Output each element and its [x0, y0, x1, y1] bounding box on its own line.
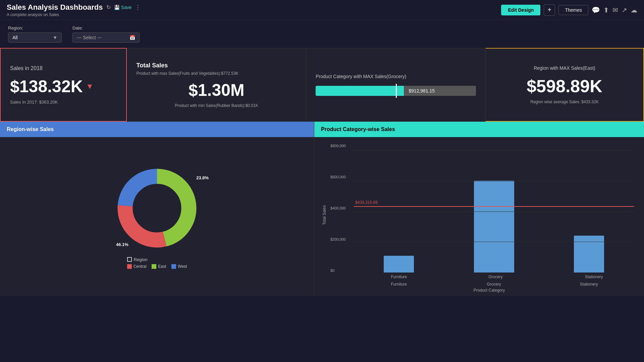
legend-west: West: [171, 264, 187, 269]
y-label-400k: $400,000: [330, 206, 354, 210]
legend-west-icon: [171, 264, 176, 269]
legend-region-title: Region: [127, 257, 187, 262]
date-filter-group: Date: --- Select --- 📅: [72, 25, 140, 43]
y-label-200k: $200,000: [330, 237, 354, 241]
gauge-bar-marker: [396, 84, 397, 98]
y-label-0: $0: [330, 268, 354, 273]
donut-chart: 23.8% 46.1%: [113, 165, 201, 253]
x-label-stationery: Stationery: [585, 275, 603, 279]
export-button[interactable]: ⬆: [603, 6, 609, 14]
region-filter-group: Region: All ▼: [8, 25, 62, 43]
x-axis-title: Product Category: [321, 288, 634, 293]
kpi-sales-2018-title: Sales in 2018: [10, 65, 117, 71]
donut-label-west: 23.8%: [196, 175, 209, 180]
kpi-row: Sales in 2018 $138.32K ▼ Sales In 2017: …: [0, 48, 644, 122]
bar-chart-wrapper: Total Sales $0 $200,000 $400,000 $600,00…: [321, 144, 634, 287]
x-axis-labels: Furniture Grocery Stationery: [330, 281, 634, 287]
charts-row: Region-wise Sales 23.8%: [0, 122, 644, 296]
email-button[interactable]: ✉: [612, 6, 618, 14]
date-input[interactable]: --- Select --- 📅: [72, 33, 140, 43]
grid-line-400k: [354, 212, 634, 212]
product-category-chart-body: Total Sales $0 $200,000 $400,000 $600,00…: [314, 137, 644, 296]
svg-point-3: [133, 184, 181, 232]
y-label-800k: $800,000: [330, 144, 354, 148]
header-actions: Edit Design + Themes 💬 ⬆ ✉ ↗ ☁: [501, 4, 637, 16]
themes-button[interactable]: Themes: [558, 5, 588, 15]
kpi-total-sales-title: Total Sales: [136, 62, 297, 69]
kpi-region-max-title: Region with MAX Sales(East): [495, 65, 634, 71]
save-button[interactable]: 💾 Save: [114, 5, 132, 10]
donut-svg: [113, 165, 201, 252]
kpi-total-sales: Total Sales Product with max Sales(Fruit…: [127, 48, 306, 122]
kpi-region-max-sub: Region wise average Sales: $433.32K: [495, 100, 634, 104]
region-label: Region:: [8, 25, 62, 31]
more-options-button[interactable]: ⋮: [135, 4, 141, 11]
kpi-product-category: Product Category with MAX Sales(Grocery)…: [306, 48, 486, 122]
edit-design-button[interactable]: Edit Design: [501, 5, 540, 15]
y-labels: $0 $200,000 $400,000 $600,000 $800,000: [330, 144, 354, 281]
product-category-chart-header: Product Category-wise Sales: [314, 122, 644, 137]
chart-legend: Region Central East West: [127, 257, 187, 269]
share-button[interactable]: ↗: [622, 6, 627, 14]
header-subtitle: A complete analysis on Sales: [7, 12, 501, 17]
kpi-total-sales-max: Product with max Sales(Fruits and Vegeta…: [136, 71, 297, 76]
avg-line-label: $433,315.69: [355, 200, 378, 205]
legend-central: Central: [127, 264, 147, 269]
kpi-region-max: Region with MAX Sales(East) $598.89K Reg…: [486, 48, 644, 122]
chart-grid: $0 $200,000 $400,000 $600,000 $800,000: [330, 144, 634, 281]
trend-down-icon: ▼: [86, 82, 94, 91]
gauge-bar-container: $912,981.15: [316, 86, 476, 96]
kpi-total-sales-value: $1.30M: [136, 80, 297, 100]
title-area: Sales Analysis Dashboards ↻ 💾 Save ⋮ A c…: [7, 3, 501, 17]
x-label-stationery-text: Stationery: [574, 282, 604, 287]
grid-line-800k: [354, 150, 634, 151]
kpi-product-category-title: Product Category with MAX Sales(Grocery): [316, 74, 476, 79]
region-wise-chart-body: 23.8% 46.1% Region Central: [0, 137, 314, 296]
bar-furniture-group: Furniture: [384, 256, 414, 273]
kpi-total-sales-min: Product with min Sales(Rubber Bands):$0.…: [136, 103, 297, 108]
cloud-button[interactable]: ☁: [631, 6, 637, 14]
gauge-bar-fill: [316, 86, 404, 96]
region-wise-chart-header: Region-wise Sales: [0, 122, 314, 137]
legend-central-icon: [127, 264, 132, 269]
avg-line: [354, 206, 634, 207]
kpi-region-max-value: $598.89K: [495, 76, 634, 96]
x-label-grocery: Grocery: [488, 275, 503, 279]
bar-chart-area: $0 $200,000 $400,000 $600,000 $800,000: [330, 144, 634, 287]
gauge-value-label: $912,981.15: [409, 88, 435, 94]
kpi-sales-2018-sub: Sales In 2017: $363.20K: [10, 100, 117, 105]
y-axis-label: Total Sales: [321, 144, 328, 287]
bar-furniture: [384, 256, 414, 273]
header: Sales Analysis Dashboards ↻ 💾 Save ⋮ A c…: [0, 0, 644, 20]
grid-line-200k: [354, 242, 634, 242]
bars-container: $433,315.69 Furniture Grocery: [354, 144, 634, 281]
bar-stationery: [574, 236, 604, 273]
bar-grocery-group: Grocery: [474, 181, 514, 273]
header-title-row: Sales Analysis Dashboards ↻ 💾 Save ⋮: [7, 3, 501, 12]
legend-east: East: [152, 264, 166, 269]
legend-checkbox-icon: [127, 257, 132, 262]
chevron-down-icon: ▼: [53, 35, 57, 40]
save-icon: 💾: [114, 5, 120, 10]
legend-items-row: Central East West: [127, 264, 187, 269]
comment-button[interactable]: 💬: [592, 6, 600, 14]
kpi-sales-2018: Sales in 2018 $138.32K ▼ Sales In 2017: …: [0, 48, 127, 122]
region-wise-chart-panel: Region-wise Sales 23.8%: [0, 122, 314, 296]
x-label-furniture: Furniture: [391, 275, 407, 279]
calendar-icon: 📅: [129, 35, 135, 40]
filters-bar: Region: All ▼ Date: --- Select --- 📅: [0, 20, 644, 48]
product-category-chart-panel: Product Category-wise Sales Total Sales …: [314, 122, 644, 296]
region-select[interactable]: All ▼: [8, 33, 62, 43]
grid-line-600k: [354, 181, 634, 181]
kpi-sales-2018-value: $138.32K: [10, 77, 83, 96]
x-label-grocery-text: Grocery: [474, 282, 514, 287]
x-label-furniture-text: Furniture: [384, 282, 414, 287]
refresh-button[interactable]: ↻: [106, 4, 111, 10]
bar-grocery: [474, 181, 514, 273]
donut-label-east: 46.1%: [116, 242, 128, 247]
page-title: Sales Analysis Dashboards: [7, 3, 103, 12]
add-button[interactable]: +: [544, 4, 555, 16]
y-label-600k: $600,000: [330, 175, 354, 179]
legend-east-icon: [152, 264, 156, 269]
kpi-sales-2018-value-row: $138.32K ▼: [10, 77, 117, 96]
